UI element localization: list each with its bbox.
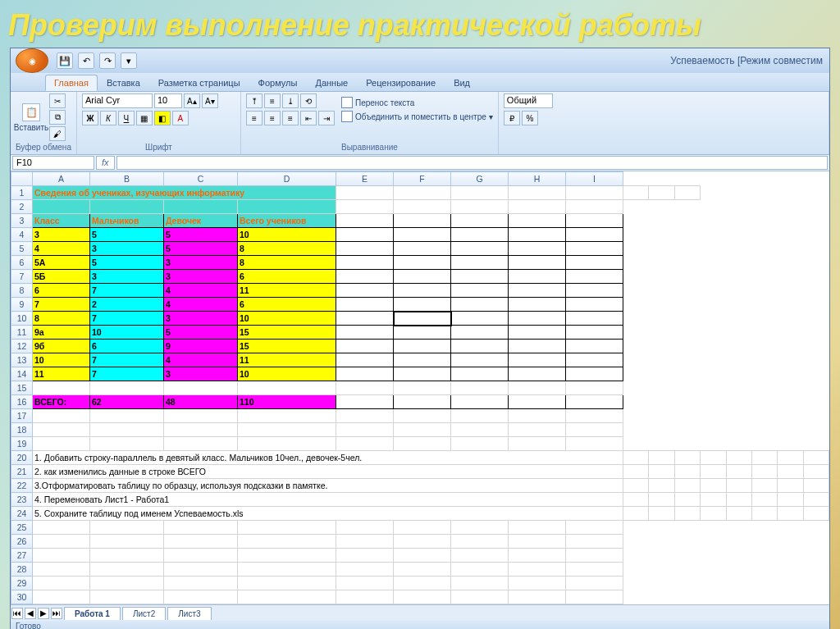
cell-E13[interactable] <box>336 353 394 367</box>
cell-C1[interactable] <box>394 186 451 200</box>
cell-H21[interactable] <box>778 465 803 479</box>
cell-D8[interactable]: 11 <box>238 284 336 298</box>
cell-G24[interactable] <box>751 507 777 521</box>
sheet-nav-first-icon[interactable]: ⏮ <box>11 608 23 619</box>
cell-total-boys[interactable]: 62 <box>90 395 164 409</box>
cell-instruction-3[interactable]: 4. Переменовать Лист1 - Работа1 <box>33 493 623 507</box>
cell-F6[interactable] <box>394 256 451 270</box>
cell-G16[interactable] <box>451 395 509 409</box>
cell-instruction-4[interactable]: 5. Сохраните таблицу под именем Успеваем… <box>33 507 623 521</box>
cell-B23[interactable] <box>623 493 649 507</box>
cell-F1[interactable] <box>566 186 623 200</box>
cell-F5[interactable] <box>394 242 451 256</box>
cell-H19[interactable] <box>509 437 566 451</box>
bold-button[interactable]: Ж <box>82 111 98 125</box>
cell-A17[interactable] <box>33 409 90 423</box>
cell-I19[interactable] <box>566 437 623 451</box>
font-name-select[interactable]: Arial Cyr <box>82 93 153 108</box>
cell-G8[interactable] <box>451 284 509 298</box>
cell-E7[interactable] <box>336 270 394 284</box>
cell-B4[interactable]: 5 <box>90 228 164 242</box>
cell-F29[interactable] <box>394 577 451 590</box>
cell-D11[interactable]: 15 <box>238 326 336 340</box>
cell-C23[interactable] <box>649 493 674 507</box>
row-header-20[interactable]: 20 <box>11 451 33 465</box>
ribbon-tab-4[interactable]: Данные <box>306 75 357 91</box>
cell-A6[interactable]: 5А <box>33 256 90 270</box>
cell-B10[interactable]: 7 <box>90 312 164 326</box>
cell-total-all[interactable]: 110 <box>238 395 336 409</box>
cell-D19[interactable] <box>238 437 336 451</box>
row-header-17[interactable]: 17 <box>11 409 33 423</box>
underline-button[interactable]: Ч <box>118 111 135 125</box>
cell-B24[interactable] <box>623 507 649 521</box>
cell-A18[interactable] <box>33 423 90 437</box>
cell-F17[interactable] <box>394 409 451 423</box>
copy-icon[interactable]: ⧉ <box>49 110 66 125</box>
cell-D30[interactable] <box>238 590 336 604</box>
cell-F20[interactable] <box>726 451 751 465</box>
col-header-I[interactable]: I <box>566 172 623 186</box>
cell-A19[interactable] <box>33 437 90 451</box>
fill-color-icon[interactable]: ◧ <box>154 111 171 125</box>
cell-G11[interactable] <box>451 326 509 340</box>
office-button[interactable]: ◉ <box>16 48 48 73</box>
currency-icon[interactable]: ₽ <box>504 111 520 125</box>
cell-B19[interactable] <box>90 437 164 451</box>
cell-H12[interactable] <box>509 340 566 353</box>
row-header-27[interactable]: 27 <box>11 549 33 563</box>
col-header-G[interactable]: G <box>451 172 509 186</box>
cell-G13[interactable] <box>451 353 509 367</box>
cell-H20[interactable] <box>778 451 803 465</box>
font-color-icon[interactable]: A <box>172 111 189 125</box>
cell-D21[interactable] <box>674 465 700 479</box>
cell-C21[interactable] <box>649 465 674 479</box>
cell-F10[interactable] <box>394 312 451 326</box>
merge-center-button[interactable]: Объединить и поместить в центре ▾ <box>341 111 493 122</box>
row-header-13[interactable]: 13 <box>11 353 33 367</box>
cell-F28[interactable] <box>394 563 451 577</box>
borders-icon[interactable]: ▦ <box>136 111 153 125</box>
row-header-14[interactable]: 14 <box>11 367 33 381</box>
cell-C29[interactable] <box>164 577 238 590</box>
row-header-5[interactable]: 5 <box>11 242 33 256</box>
hdr-klass[interactable]: Класс <box>33 214 90 228</box>
cell-I22[interactable] <box>803 479 829 493</box>
cell-E30[interactable] <box>336 590 394 604</box>
cell-F12[interactable] <box>394 340 451 353</box>
cell-D1[interactable] <box>451 186 509 200</box>
cell-B27[interactable] <box>90 549 164 563</box>
cell-I26[interactable] <box>566 535 623 549</box>
cell-I2[interactable] <box>566 200 623 214</box>
row-header-2[interactable]: 2 <box>11 200 33 214</box>
row-header-16[interactable]: 16 <box>11 395 33 409</box>
cell-H27[interactable] <box>509 549 566 563</box>
cell-B18[interactable] <box>90 423 164 437</box>
cell-D20[interactable] <box>674 451 700 465</box>
cell-H24[interactable] <box>778 507 803 521</box>
cell-H25[interactable] <box>509 521 566 535</box>
cell-E19[interactable] <box>336 437 394 451</box>
row-header-9[interactable]: 9 <box>11 298 33 312</box>
cell-G5[interactable] <box>451 242 509 256</box>
cell-I20[interactable] <box>803 451 829 465</box>
cell-F15[interactable] <box>394 381 451 395</box>
align-center-icon[interactable]: ≡ <box>264 111 281 125</box>
cell-E26[interactable] <box>336 535 394 549</box>
cell-B29[interactable] <box>90 577 164 590</box>
cell-H8[interactable] <box>509 284 566 298</box>
cell-C28[interactable] <box>164 563 238 577</box>
cell-F21[interactable] <box>726 465 751 479</box>
cell-E25[interactable] <box>336 521 394 535</box>
cell-E22[interactable] <box>701 479 726 493</box>
cell-B9[interactable]: 2 <box>90 298 164 312</box>
cell-I4[interactable] <box>566 228 623 242</box>
cell-E24[interactable] <box>701 507 726 521</box>
row-header-21[interactable]: 21 <box>11 465 33 479</box>
row-header-25[interactable]: 25 <box>11 521 33 535</box>
col-header-B[interactable]: B <box>90 172 164 186</box>
orientation-icon[interactable]: ⟲ <box>300 93 317 108</box>
cell-G17[interactable] <box>451 409 509 423</box>
cell-G10[interactable] <box>451 312 509 326</box>
format-painter-icon[interactable]: 🖌 <box>49 126 66 141</box>
